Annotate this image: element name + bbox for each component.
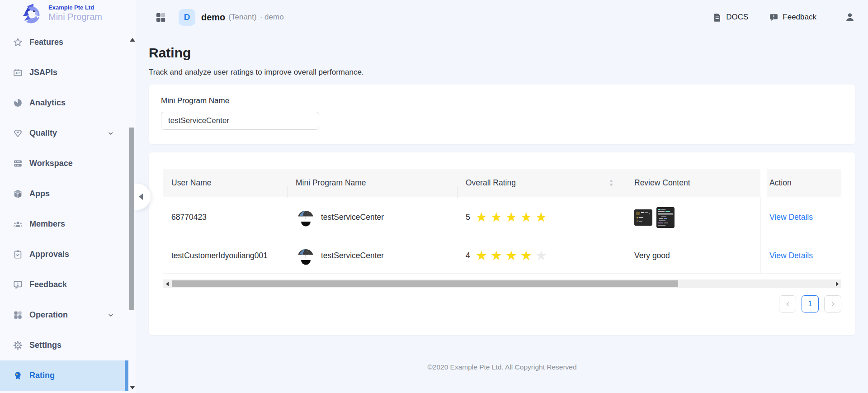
sort-control[interactable] — [609, 180, 613, 186]
overall-rating-cell: 4 ★★★★★ — [457, 249, 625, 262]
sidebar-item-approvals[interactable]: Approvals — [0, 239, 136, 270]
fixed-column-divider — [760, 238, 767, 273]
mini-program-name-input[interactable] — [161, 112, 319, 130]
sidebar-item-label: Features — [29, 38, 63, 47]
tenant-switcher[interactable]: D demo (Tenant) · demo — [179, 9, 284, 26]
sidebar-item-apps[interactable]: Apps — [0, 179, 136, 209]
docs-button[interactable]: DOCS — [712, 13, 748, 22]
tenant-type-label: (Tenant) — [228, 13, 256, 22]
sidebar-item-label: Feedback — [29, 280, 67, 289]
clipboard-check-icon — [12, 249, 23, 260]
svg-text:API: API — [15, 71, 20, 75]
page-content: Rating Track and analyze user ratings to… — [136, 34, 868, 371]
sidebar-menu: Features API JSAPIs — [0, 27, 136, 391]
col-header-mini-program-name: Mini Program Name — [288, 178, 457, 188]
star-rating: ★★★★★ — [476, 249, 547, 262]
company-name: Example Pte Ltd — [48, 5, 102, 11]
brand-logo[interactable]: Example Pte Ltd Mini Program — [0, 0, 136, 26]
star-icon — [12, 37, 23, 48]
fixed-column-divider — [760, 197, 767, 238]
review-content-cell — [625, 207, 760, 228]
tenant-avatar: D — [179, 9, 195, 26]
overall-rating-cell: 5 ★★★★★ — [457, 211, 625, 224]
prev-page-button[interactable] — [779, 295, 796, 313]
user-name-cell: testCustomerIdyouliang001 — [163, 251, 288, 260]
filter-card: Mini Program Name — [149, 85, 855, 144]
chevron-down-icon — [107, 129, 115, 137]
chevron-down-icon — [107, 311, 115, 319]
collapse-arrow-icon — [139, 194, 143, 200]
sidebar-item-settings[interactable]: Settings — [0, 330, 136, 360]
tenant-name: demo — [201, 12, 225, 23]
umbrella-program-icon — [296, 208, 316, 227]
sidebar-item-feedback[interactable]: Feedback — [0, 270, 136, 300]
sidebar-item-label: Rating — [29, 371, 55, 380]
scrollbar-thumb[interactable] — [172, 280, 678, 287]
review-content-cell: Very good — [625, 251, 760, 260]
sidebar-item-label: Workspace — [29, 159, 73, 168]
product-name: Mini Program — [48, 12, 102, 22]
sidebar-item-label: Quality — [29, 128, 57, 138]
next-page-button[interactable] — [824, 295, 841, 313]
people-icon — [12, 219, 23, 230]
sidebar-item-label: JSAPIs — [29, 68, 57, 77]
gem-icon — [12, 128, 23, 139]
sidebar: Example Pte Ltd Mini Program Features — [0, 0, 136, 393]
mini-program-name: testServiceCenter — [321, 213, 384, 222]
sort-desc-icon — [609, 184, 613, 186]
sidebar-item-label: Analytics — [29, 98, 66, 108]
tenant-sub-label: · demo — [260, 13, 284, 22]
sidebar-item-jsapis[interactable]: API JSAPIs — [0, 57, 136, 88]
user-name-cell: 68770423 — [163, 213, 288, 222]
horizontal-scrollbar[interactable] — [163, 279, 841, 288]
sidebar-item-label: Operation — [29, 310, 68, 320]
ratings-table-card: User Name Mini Program Name Overall Rati… — [149, 152, 855, 335]
fixed-column-divider — [760, 169, 767, 197]
col-header-overall-rating: Overall Rating — [457, 178, 625, 188]
sidebar-scrollbar[interactable] — [128, 34, 136, 393]
col-header-action: Action — [767, 178, 841, 188]
grid-icon — [12, 310, 23, 321]
app-window: Example Pte Ltd Mini Program Features — [0, 0, 868, 393]
scroll-up-icon[interactable] — [130, 38, 135, 42]
scrollbar-thumb[interactable] — [129, 128, 134, 310]
table-row: testCustomerIdyouliang001 testServic — [163, 238, 841, 274]
sidebar-item-label: Members — [29, 219, 65, 229]
cube-icon — [12, 189, 23, 199]
scroll-right-icon[interactable] — [833, 279, 841, 288]
feedback-button[interactable]: Feedback — [769, 13, 816, 22]
page-title: Rating — [149, 45, 855, 61]
scroll-left-icon[interactable] — [163, 279, 171, 288]
sidebar-item-label: Settings — [29, 341, 61, 350]
comment-exclamation-icon — [12, 279, 23, 290]
action-cell: View Details — [767, 251, 841, 260]
sidebar-item-rating[interactable]: Rating — [0, 360, 125, 391]
sort-asc-icon — [609, 180, 613, 182]
sidebar-item-members[interactable]: Members — [0, 209, 136, 239]
scroll-down-icon[interactable] — [130, 386, 135, 389]
page-subtitle: Track and analyze user ratings to improv… — [149, 68, 855, 77]
star-rating: ★★★★★ — [476, 211, 547, 224]
gear-icon — [12, 340, 23, 351]
pagination: 1 — [163, 295, 841, 313]
view-details-link[interactable]: View Details — [769, 213, 813, 222]
sidebar-item-operation[interactable]: Operation — [0, 300, 136, 330]
umbrella-program-icon — [296, 246, 316, 266]
col-header-user-name: User Name — [163, 178, 288, 188]
sidebar-item-analytics[interactable]: Analytics — [0, 88, 136, 118]
pie-chart-icon — [12, 98, 23, 109]
page-1-button[interactable]: 1 — [802, 295, 819, 313]
view-details-link[interactable]: View Details — [769, 251, 813, 260]
table-row: 68770423 testServiceCenter — [163, 197, 841, 238]
mini-program-cell: testServiceCenter — [288, 246, 457, 266]
sidebar-item-label: Approvals — [29, 250, 69, 259]
sidebar-item-features[interactable]: Features — [0, 27, 136, 57]
sidebar-item-workspace[interactable]: Workspace — [0, 148, 136, 179]
user-account-icon[interactable] — [844, 12, 855, 23]
review-image-thumbnail[interactable] — [656, 207, 675, 228]
apps-launcher-icon[interactable] — [155, 12, 166, 23]
mini-program-cell: testServiceCenter — [288, 208, 457, 227]
review-image-thumbnail[interactable] — [634, 209, 652, 226]
api-icon: API — [12, 67, 23, 78]
sidebar-item-quality[interactable]: Quality — [0, 118, 136, 148]
